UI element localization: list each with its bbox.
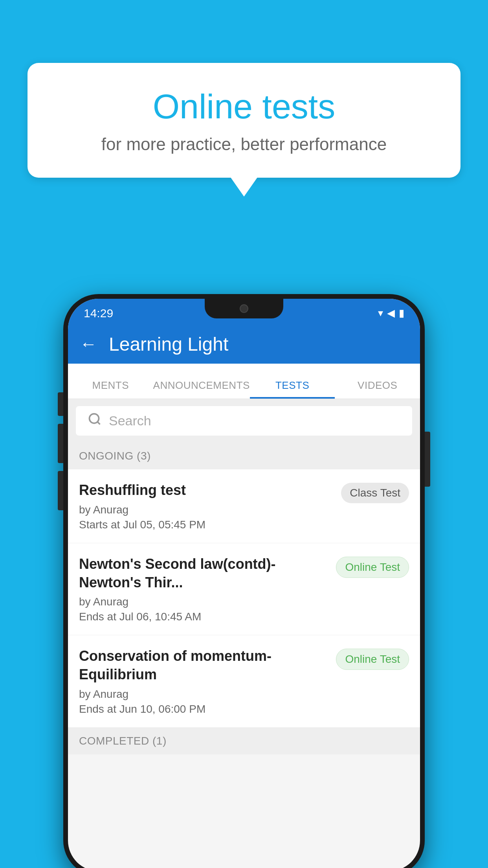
wifi-icon: ▾ [378, 307, 383, 319]
test-badge-2: Online Test [336, 557, 409, 578]
speech-bubble-section: Online tests for more practice, better p… [28, 63, 460, 197]
speech-bubble: Online tests for more practice, better p… [28, 63, 460, 178]
search-bar[interactable]: Search [76, 406, 412, 436]
tab-announcements[interactable]: ANNOUNCEMENTS [153, 379, 250, 399]
test-title-1: Reshuffling test [79, 481, 333, 500]
test-info-2: Newton's Second law(contd)-Newton's Thir… [79, 555, 336, 623]
test-title-3: Conservation of momentum-Equilibrium [79, 647, 328, 684]
status-time: 14:29 [84, 307, 113, 320]
silent-button [58, 471, 63, 510]
volume-up-button [58, 392, 63, 416]
tab-videos[interactable]: VIDEOS [335, 379, 420, 399]
phone-frame: 14:29 ▾ ◀ ▮ ← Learning Light MENTS ANNOU… [63, 294, 425, 868]
bubble-title: Online tests [59, 86, 429, 127]
test-badge-1: Class Test [341, 483, 409, 503]
test-list: Reshuffling test by Anurag Starts at Jul… [68, 469, 420, 728]
volume-down-button [58, 424, 63, 463]
test-title-2: Newton's Second law(contd)-Newton's Thir… [79, 555, 328, 592]
test-badge-3: Online Test [336, 649, 409, 670]
app-title: Learning Light [109, 333, 228, 355]
phone-screen: 14:29 ▾ ◀ ▮ ← Learning Light MENTS ANNOU… [68, 299, 420, 868]
test-item-1[interactable]: Reshuffling test by Anurag Starts at Jul… [68, 469, 420, 543]
search-container: Search [68, 399, 420, 443]
svg-point-0 [90, 414, 99, 423]
test-info-1: Reshuffling test by Anurag Starts at Jul… [79, 481, 341, 531]
speech-bubble-tail [230, 177, 258, 197]
test-author-1: by Anurag [79, 504, 333, 516]
test-time-2: Ends at Jul 06, 10:45 AM [79, 611, 328, 623]
tab-tests[interactable]: TESTS [250, 379, 335, 399]
test-time-1: Starts at Jul 05, 05:45 PM [79, 519, 333, 531]
svg-line-1 [97, 422, 100, 425]
search-icon [88, 412, 102, 430]
bubble-subtitle: for more practice, better performance [59, 134, 429, 154]
test-info-3: Conservation of momentum-Equilibrium by … [79, 647, 336, 715]
back-button[interactable]: ← [80, 334, 97, 354]
power-button [425, 432, 430, 487]
test-item-2[interactable]: Newton's Second law(contd)-Newton's Thir… [68, 543, 420, 636]
app-bar: ← Learning Light [68, 324, 420, 364]
completed-section-header: COMPLETED (1) [68, 728, 420, 754]
test-author-2: by Anurag [79, 596, 328, 608]
status-icons: ▾ ◀ ▮ [378, 307, 404, 319]
tabs-bar: MENTS ANNOUNCEMENTS TESTS VIDEOS [68, 364, 420, 399]
phone-notch [205, 299, 283, 318]
test-item-3[interactable]: Conservation of momentum-Equilibrium by … [68, 635, 420, 728]
test-time-3: Ends at Jun 10, 06:00 PM [79, 703, 328, 715]
ongoing-section-header: ONGOING (3) [68, 443, 420, 469]
tab-ments[interactable]: MENTS [68, 379, 153, 399]
battery-icon: ▮ [399, 307, 404, 319]
camera-dot [240, 304, 248, 313]
search-placeholder: Search [109, 413, 151, 428]
signal-icon: ◀ [387, 307, 395, 319]
test-author-3: by Anurag [79, 688, 328, 701]
